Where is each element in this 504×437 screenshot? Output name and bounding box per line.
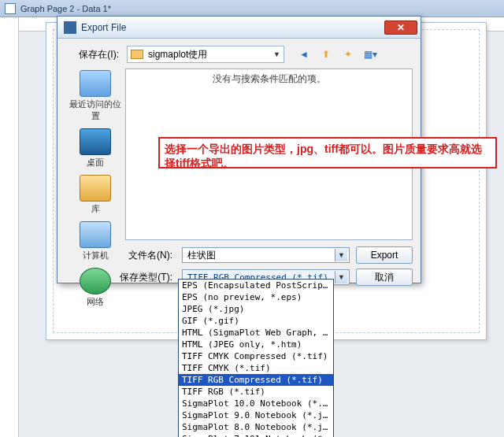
places-bar: 最近访问的位置 桌面 库 计算机 网络 [65,69,125,240]
savetype-option[interactable]: HTML (SigmaPlot Web Graph, *.htm) [179,327,333,339]
cancel-button[interactable]: 取消 [356,268,413,286]
annotation-callout: 选择一个导出的图片类型，jpg、tiff都可以。图片质量要求高就选择tiff格式… [158,137,497,169]
filename-input[interactable]: 柱状图 ▼ [182,247,350,263]
places-recent[interactable]: 最近访问的位置 [68,70,123,122]
savetype-option[interactable]: TIFF CMYK (*.tif) [179,362,333,374]
vertical-ruler [0,17,19,437]
dialog-title: Export File [81,22,384,33]
savetype-option[interactable]: TIFF RGB (*.tif) [179,386,333,398]
chevron-down-icon: ▼ [273,50,280,58]
savetype-label: 保存类型(T): [65,271,176,284]
savetype-option[interactable]: EPS (Encapsulated PostScript, *.eps) [179,280,333,291]
save-in-label: 保存在(I): [65,48,122,61]
savetype-option[interactable]: GIF (*.gif) [179,315,333,327]
recent-icon [80,70,111,97]
back-icon[interactable]: ◄ [297,47,311,61]
savetype-option[interactable]: EPS (no preview, *.eps) [179,291,333,303]
dialog-titlebar[interactable]: Export File ✕ [57,17,421,39]
library-icon [80,175,111,202]
savetype-option[interactable]: TIFF CMYK Compressed (*.tif) [179,350,333,362]
close-button[interactable]: ✕ [384,20,417,35]
places-network-label: 网络 [68,296,123,308]
up-one-level-icon[interactable]: ⬆ [319,47,333,61]
view-menu-icon[interactable]: ▦▾ [363,47,377,61]
savetype-option[interactable]: SigmaPlot 10.0 Notebook (*.jnb) [179,398,333,409]
parent-window-title: Graph Page 2 - Data 1* [20,4,111,13]
no-match-text: 没有与搜索条件匹配的项。 [126,72,412,86]
document-icon [5,3,16,14]
places-library[interactable]: 库 [68,175,123,215]
chevron-down-icon[interactable]: ▼ [335,271,347,283]
savetype-option[interactable]: SigmaPlot 8.0 Notebook (*.jnb) [179,421,333,433]
filename-value: 柱状图 [187,249,216,262]
new-folder-icon[interactable]: ✦ [341,47,355,61]
savetype-option[interactable]: HTML (JPEG only, *.htm) [179,339,333,350]
savetype-option[interactable]: TIFF RGB Compressed (*.tif) [179,374,333,386]
computer-icon [80,221,111,248]
places-library-label: 库 [68,203,123,215]
desktop-icon [80,128,111,155]
savetype-dropdown-list[interactable]: EPS (Encapsulated PostScript, *.eps)EPS … [178,279,334,437]
places-desktop[interactable]: 桌面 [68,128,123,169]
app-icon [64,21,76,34]
export-button[interactable]: Export [356,246,413,264]
filename-label: 文件名(N): [65,249,176,262]
save-in-folder-name: sigmaplot使用 [148,48,207,61]
folder-icon [131,50,143,59]
savetype-option[interactable]: SigmaPlot 9.0 Notebook (*.jnb) [179,409,333,421]
savetype-option[interactable]: JPEG (*.jpg) [179,303,333,315]
places-desktop-label: 桌面 [68,157,123,169]
save-in-combo[interactable]: sigmaplot使用 ▼ [127,46,284,63]
places-recent-label: 最近访问的位置 [68,98,123,122]
parent-window-titlebar: Graph Page 2 - Data 1* [0,0,504,17]
savetype-option[interactable]: SigmaPlot 7.101 Notebook (*.jnb) [179,433,333,437]
chevron-down-icon[interactable]: ▼ [335,249,347,261]
